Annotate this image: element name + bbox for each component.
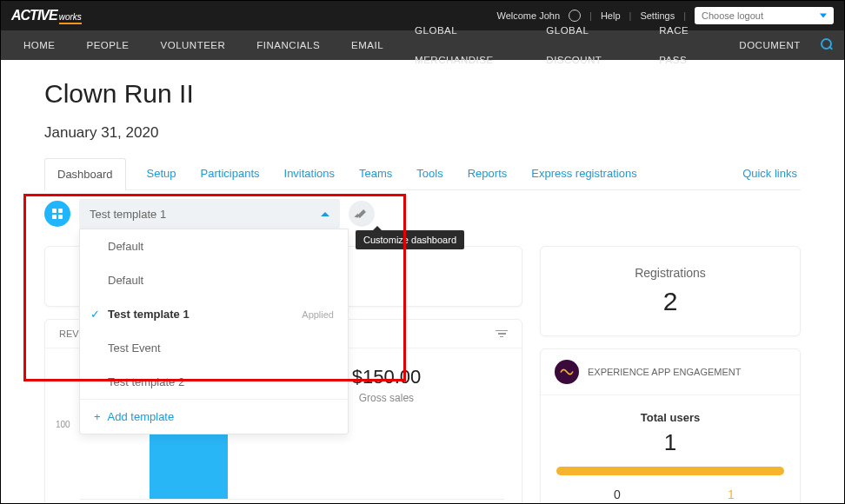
nav-email[interactable]: EMAIL (336, 30, 399, 60)
chevron-up-icon (321, 212, 329, 216)
tab-tools[interactable]: Tools (413, 158, 446, 189)
template-option-default-1[interactable]: Default (80, 229, 348, 263)
filter-icon[interactable] (496, 330, 508, 338)
tab-teams[interactable]: Teams (356, 158, 396, 189)
logo[interactable]: ACTIVE works (11, 8, 82, 24)
customize-dashboard-button[interactable] (349, 201, 375, 227)
nav-global-merchandise[interactable]: GLOBAL MERCHANDISE (399, 16, 530, 75)
template-dropdown: Default Default Test template 1 Applied … (79, 229, 349, 434)
registrations-title: Registrations (560, 266, 781, 280)
experience-card: EXPERIENCE APP ENGAGEMENT Total users 1 … (540, 348, 801, 504)
event-date: January 31, 2020 (44, 124, 801, 142)
template-option-test-template-1[interactable]: Test template 1 Applied (80, 297, 348, 331)
tab-reports[interactable]: Reports (464, 158, 511, 189)
y-axis-tick-100: 100 (56, 420, 70, 429)
tab-invitations[interactable]: Invitations (281, 158, 339, 189)
page-title: Clown Run II (44, 79, 801, 109)
nav-financials[interactable]: FINANCIALS (241, 30, 336, 60)
tab-dashboard[interactable]: Dashboard (44, 158, 126, 190)
registrations-card: Registrations 2 (540, 246, 801, 336)
ios-value: 1 (724, 487, 739, 501)
gross-sales-block: $150.00 Gross sales (352, 366, 422, 404)
grid-icon (52, 209, 63, 219)
nav-document[interactable]: DOCUMENT (723, 30, 815, 60)
nav-global-discount[interactable]: GLOBAL DISCOUNT (530, 16, 643, 75)
nav-volunteer[interactable]: VOLUNTEER (145, 30, 242, 60)
logout-select-wrap[interactable] (695, 7, 834, 24)
nav-race-pass[interactable]: RACE PASS (643, 16, 723, 75)
total-users-label: Total users (556, 411, 784, 424)
users-bar (556, 467, 784, 475)
template-option-test-event[interactable]: Test Event (80, 331, 348, 365)
search-icon (821, 38, 833, 50)
tab-setup[interactable]: Setup (143, 158, 180, 189)
registrations-value: 2 (560, 287, 781, 316)
template-option-test-template-2[interactable]: Test template 2 (80, 365, 348, 399)
android-block: 0 Android (602, 487, 632, 504)
logout-select[interactable] (695, 7, 834, 24)
gross-sales-value: $150.00 (352, 366, 422, 388)
nav-home[interactable]: HOME (8, 30, 71, 60)
page-body: Clown Run II January 31, 2020 Dashboard … (1, 60, 844, 504)
android-value: 0 (602, 487, 632, 501)
total-users-value: 1 (556, 429, 784, 456)
add-template-button[interactable]: Add template (80, 399, 348, 434)
template-option-default-2[interactable]: Default (80, 263, 348, 297)
main-nav: HOME PEOPLE VOLUNTEER FINANCIALS EMAIL G… (1, 30, 844, 60)
quick-links[interactable]: Quick links (742, 167, 801, 180)
nav-people[interactable]: PEOPLE (71, 30, 145, 60)
template-select[interactable]: Test template 1 (79, 199, 340, 229)
layout-grid-button[interactable] (44, 201, 70, 227)
globe-icon[interactable] (569, 10, 581, 22)
logo-main: ACTIVE (11, 8, 57, 23)
logo-sub: works (59, 12, 82, 24)
tab-express-registrations[interactable]: Express registrations (528, 158, 640, 189)
ios-block: 1 iOS (724, 487, 739, 504)
experience-header-label: EXPERIENCE APP ENGAGEMENT (588, 367, 741, 377)
gross-sales-label: Gross sales (352, 392, 422, 404)
event-tabs: Dashboard Setup Participants Invitations… (44, 157, 801, 190)
dashboard-toolbar: Test template 1 Customize dashboard Defa… (44, 199, 801, 229)
tab-participants[interactable]: Participants (197, 158, 263, 189)
nav-search[interactable] (816, 38, 837, 53)
experience-icon (555, 360, 579, 384)
pencil-icon (356, 209, 367, 219)
customize-dashboard-tooltip: Customize dashboard (356, 230, 464, 249)
applied-badge: Applied (302, 309, 334, 320)
template-select-label: Test template 1 (90, 208, 166, 221)
